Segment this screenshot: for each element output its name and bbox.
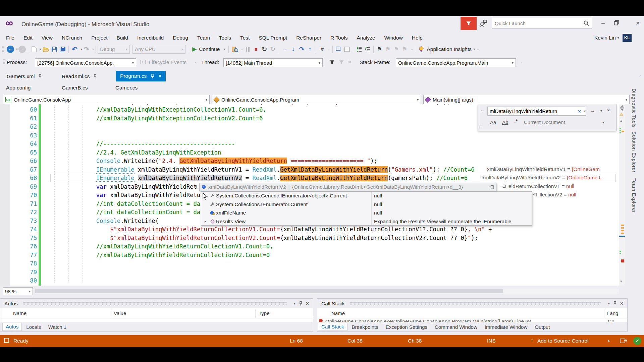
menu-incredibuild[interactable]: Incredibuild [137, 35, 164, 41]
application-insights-label[interactable]: Application Insights [427, 46, 472, 52]
drag-texture[interactable] [23, 302, 287, 305]
insights-dropdown-icon[interactable]: ▾ [473, 47, 475, 51]
code-line-66[interactable]: 66Console.WriteLine("2.4. GetXmlDataByLi… [0, 157, 619, 166]
pin-icon[interactable] [501, 184, 506, 188]
close-icon[interactable]: × [158, 73, 161, 79]
pin-icon[interactable] [299, 301, 303, 306]
account-name[interactable]: Kevin Lin [594, 35, 616, 41]
menu-analyze[interactable]: Analyze [357, 35, 375, 41]
menu-team[interactable]: Team [197, 35, 210, 41]
whole-word-button[interactable]: Ab [502, 119, 508, 125]
code-line-75[interactable]: 75$"xmlDataByLinqWithYieldReturnCollecti… [0, 234, 619, 243]
splitter-handle-icon[interactable] [620, 105, 625, 111]
menu-test[interactable]: Test [240, 35, 250, 41]
bookmark-button[interactable]: ⚑ [375, 45, 384, 54]
tab-app-config[interactable]: App.config [5, 83, 32, 93]
tab-solution-explorer[interactable]: Solution Explorer [631, 131, 637, 173]
tab-program-cs[interactable]: Program.cs × [116, 71, 166, 81]
find-input[interactable] [488, 108, 577, 114]
code-line-76[interactable]: 76//xmlDataByLinqWithYieldReturnCollecti… [0, 242, 619, 251]
tab-output[interactable]: Output [532, 323, 553, 331]
column-divider[interactable] [604, 309, 604, 318]
pin-icon[interactable] [532, 193, 537, 197]
menu-project[interactable]: Project [91, 35, 107, 41]
title-bar[interactable]: ∞ OnlineGame (Debugging) - Microsoft Vis… [0, 16, 644, 33]
horizontal-scrollbar[interactable] [35, 289, 619, 294]
datatip-row[interactable]: xmlFileNamenull [201, 209, 532, 218]
project-dropdown[interactable]: C#OnlineGame.ConsoleApp ▾ [3, 95, 210, 104]
tab-diagnostic-tools[interactable]: Diagnostic Tools [631, 88, 637, 128]
menu-tools[interactable]: Tools [219, 35, 231, 41]
find-next-dropdown-icon[interactable]: ▾ [600, 109, 602, 113]
stack-frame-dropdown[interactable]: OnlineGame.ConsoleApp.Program.Main▾ [396, 58, 516, 67]
drag-texture[interactable] [350, 302, 601, 305]
debugbar-overflow-icon[interactable]: ⌄ [521, 60, 524, 64]
refresh-button[interactable]: ↻ [269, 45, 277, 54]
tab-call-stack[interactable]: Call Stack [318, 323, 347, 331]
show-next-statement-button[interactable]: → [281, 45, 289, 54]
close-find-icon[interactable]: × [607, 107, 610, 114]
menu-resharper[interactable]: ReSharper [296, 35, 321, 41]
step-over-button[interactable]: ↷ [298, 45, 306, 54]
restart-button[interactable]: ↻ [260, 45, 269, 54]
chevron-down-icon[interactable]: ▾ [618, 36, 619, 40]
tab-immediate-window[interactable]: Immediate Window [482, 323, 531, 331]
column-type[interactable]: Type [259, 310, 270, 316]
code-line-80[interactable]: 80 [0, 277, 619, 285]
lightbulb-icon[interactable] [417, 45, 425, 54]
background-tasks-icon[interactable] [4, 338, 9, 343]
tab-gamers-xml[interactable]: Gamers.xml [5, 71, 44, 81]
vertical-scrollbar[interactable]: ⚠ ▴ ▾ [619, 104, 625, 286]
autos-title-bar[interactable]: Autos ▾ × [0, 299, 313, 308]
process-dropdown[interactable]: [22756] OnlineGame.ConsoleApp.▾ [35, 58, 136, 67]
undo-button[interactable]: ↶ [70, 45, 79, 54]
minimize-button[interactable]: – [597, 19, 609, 28]
next-bookmark-button[interactable]: ⚑ [392, 45, 400, 54]
tab-gamerb-cs[interactable]: GamerB.cs [60, 83, 89, 93]
debug-inline-value[interactable]: eldReturnCollectionV1 = null [501, 183, 574, 189]
pause-button[interactable] [244, 45, 252, 54]
tab-locals[interactable]: Locals [23, 323, 44, 331]
clear-search-icon[interactable]: × [577, 108, 582, 114]
column-lang[interactable]: Lang [607, 310, 618, 316]
column-value[interactable]: Value [114, 310, 126, 316]
menu-window[interactable]: Window [384, 35, 403, 41]
datatip-row[interactable]: System.Collections.Generic.IEnumerator<o… [201, 192, 532, 200]
breakpoints-window-button[interactable] [334, 45, 343, 54]
datatip-collapse-icon[interactable]: ◀ [194, 184, 197, 188]
output-window-button[interactable] [343, 45, 351, 54]
find-input-box[interactable]: × ▾ [487, 107, 586, 116]
close-icon[interactable]: × [620, 301, 623, 307]
threads-dropdown-icon[interactable]: ⌄ [328, 47, 331, 51]
show-threads-button[interactable]: # [318, 45, 326, 54]
tab-exception-settings[interactable]: Exception Settings [383, 323, 430, 331]
pin-icon[interactable] [489, 185, 494, 189]
suspend-threads-icon[interactable]: ≈ [348, 59, 351, 65]
menu-edit[interactable]: Edit [23, 35, 33, 41]
column-name[interactable]: Name [331, 310, 345, 316]
step-out-button[interactable]: ↑ [306, 45, 314, 54]
navigate-forward-button[interactable]: → [18, 45, 26, 54]
pin-icon[interactable] [93, 74, 97, 79]
thread-dropdown[interactable]: [14052] Main Thread▾ [223, 58, 323, 67]
code-line-63[interactable]: 63 [0, 131, 619, 140]
publish-icon[interactable] [620, 338, 627, 344]
quick-launch-input[interactable] [492, 20, 583, 26]
close-icon[interactable]: × [306, 301, 309, 307]
code-line-78[interactable]: 78 [0, 259, 619, 268]
account-area[interactable]: Kevin Lin ▾ KL [594, 33, 632, 43]
call-stack-row[interactable]: OnlineGame.ConsoleApp.exe!OnlineGame.Con… [317, 318, 627, 322]
filter-disabled-icon[interactable] [339, 60, 344, 65]
find-grip[interactable] [479, 125, 482, 129]
expand-icon[interactable]: ▸ [205, 219, 209, 224]
menu-debug[interactable]: Debug [173, 35, 188, 41]
window-position-icon[interactable]: ▾ [608, 302, 610, 305]
redo-button[interactable]: ↷ [82, 45, 91, 54]
type-dropdown[interactable]: OnlineGame.ConsoleApp.Program ▾ [212, 95, 421, 104]
code-line-65[interactable]: 65//2.4. GetXmlDataByLinqWithException [0, 148, 619, 157]
tab-watch-1[interactable]: Watch 1 [45, 323, 69, 331]
zoom-dropdown[interactable]: 98 %▾ [3, 287, 33, 295]
code-line-77[interactable]: 77//xmlDataByLinqWithYieldReturnCollecti… [0, 251, 619, 260]
menu-r-tools[interactable]: R Tools [330, 35, 347, 41]
call-stack-title-bar[interactable]: Call Stack ▾ × [317, 299, 627, 308]
